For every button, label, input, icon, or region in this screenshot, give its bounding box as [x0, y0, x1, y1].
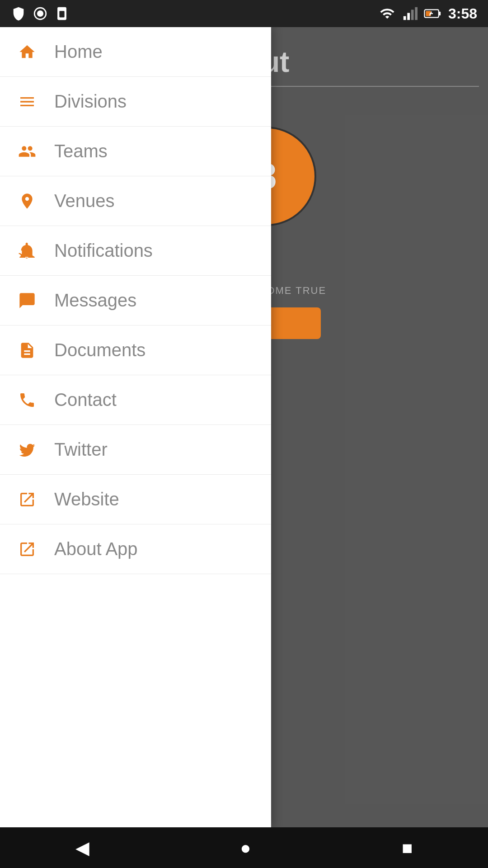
back-button[interactable]: ◀: [57, 833, 108, 863]
sidebar-item-contact[interactable]: Contact: [0, 375, 271, 425]
record-icon: [33, 6, 48, 21]
sidebar-label-documents: Documents: [54, 340, 145, 360]
sidebar-label-about-app: About App: [54, 539, 138, 559]
sidebar-label-website: Website: [54, 489, 119, 509]
side-drawer: Home Divisions Teams Venues: [0, 27, 271, 827]
wifi-icon: [379, 6, 396, 21]
sidebar-item-venues[interactable]: Venues: [0, 176, 271, 226]
sidebar-item-twitter[interactable]: Twitter: [0, 425, 271, 475]
contact-icon: [18, 391, 41, 409]
signal-icon: [402, 6, 418, 21]
twitter-icon: [18, 441, 41, 459]
status-bar-right-icons: 3:58: [379, 5, 477, 22]
recent-apps-button[interactable]: ■: [384, 833, 431, 863]
sidebar-item-teams[interactable]: Teams: [0, 127, 271, 176]
status-time: 3:58: [448, 5, 477, 22]
home-icon: [18, 43, 41, 61]
svg-rect-4: [404, 16, 406, 20]
status-bar: 3:58: [0, 0, 488, 27]
svg-rect-6: [411, 10, 414, 20]
notifications-icon: [18, 242, 41, 260]
svg-rect-5: [407, 13, 410, 20]
sim-icon: [54, 6, 70, 21]
sidebar-label-notifications: Notifications: [54, 241, 153, 261]
sidebar-label-divisions: Divisions: [54, 91, 127, 112]
messages-icon: [18, 292, 41, 310]
sidebar-item-notifications[interactable]: Notifications: [0, 226, 271, 276]
sidebar-item-about-app[interactable]: About App: [0, 524, 271, 574]
svg-rect-7: [415, 7, 418, 20]
documents-icon: [18, 341, 41, 359]
sidebar-item-messages[interactable]: Messages: [0, 276, 271, 326]
navigation-bar: ◀ ● ■: [0, 827, 488, 868]
shield-icon: [11, 6, 26, 21]
battery-icon: [424, 6, 442, 21]
sidebar-label-home: Home: [54, 42, 103, 62]
home-button[interactable]: ●: [222, 833, 269, 863]
svg-rect-3: [59, 11, 64, 17]
about-app-icon: [18, 540, 41, 558]
venues-icon: [18, 192, 41, 210]
website-icon: [18, 491, 41, 509]
sidebar-label-teams: Teams: [54, 141, 108, 161]
sidebar-label-twitter: Twitter: [54, 439, 108, 460]
svg-rect-9: [439, 12, 441, 16]
sidebar-label-messages: Messages: [54, 290, 136, 311]
sidebar-label-contact: Contact: [54, 390, 117, 410]
sidebar-item-home[interactable]: Home: [0, 27, 271, 77]
status-bar-left-icons: [11, 6, 70, 21]
svg-point-1: [38, 11, 42, 16]
bg-divider: [262, 86, 479, 87]
sidebar-item-website[interactable]: Website: [0, 475, 271, 524]
divisions-icon: [18, 93, 41, 111]
sidebar-item-divisions[interactable]: Divisions: [0, 77, 271, 127]
teams-icon: [18, 142, 41, 160]
sidebar-label-venues: Venues: [54, 191, 114, 211]
sidebar-item-documents[interactable]: Documents: [0, 326, 271, 375]
